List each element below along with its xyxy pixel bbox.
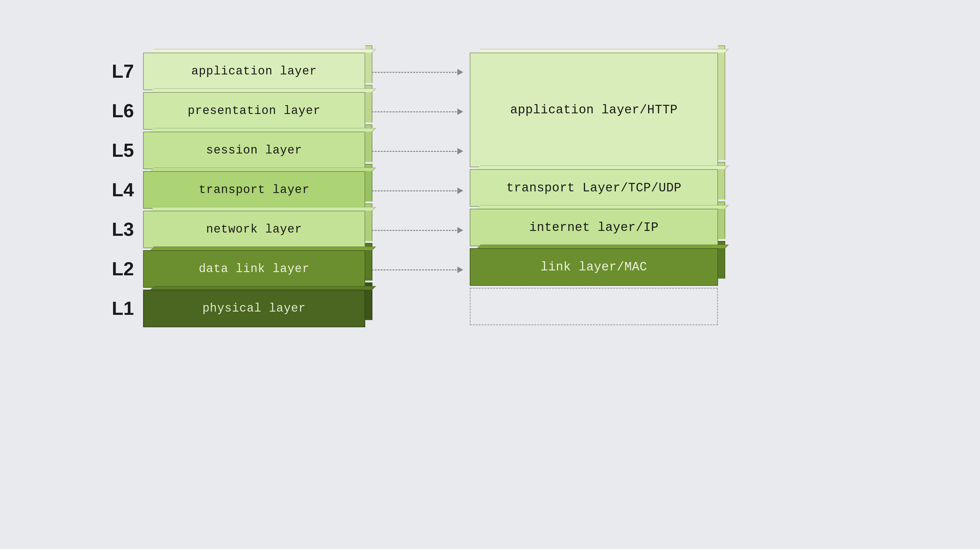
label-L6: L6	[91, 101, 134, 120]
right-block-app: application layer/HTTP	[470, 53, 718, 167]
block-L2-top	[150, 247, 376, 250]
dash-line-L4	[372, 190, 457, 191]
block-L3-front: network layer	[143, 211, 365, 248]
layer-row-L4: L4 transport layer	[91, 171, 365, 209]
arrowhead-L5	[457, 148, 463, 154]
right-block-transport: transport Layer/TCP/UDP	[470, 169, 718, 207]
block-L7: application layer	[143, 53, 365, 90]
layer-row-L3: L3 network layer	[91, 211, 365, 248]
diagram: L7 application layer L6 presentation lay…	[65, 30, 915, 520]
block-L2: data link layer	[143, 250, 365, 288]
dash-line-L6	[372, 111, 457, 112]
label-L1: L1	[91, 299, 134, 318]
right-block-app-right	[718, 45, 725, 160]
layer-row-L6: L6 presentation layer	[91, 92, 365, 130]
right-block-internet: internet layer/IP	[470, 209, 718, 246]
layer-row-L2: L2 data link layer	[91, 250, 365, 288]
label-L4: L4	[91, 180, 134, 199]
dash-line-L3	[372, 230, 457, 231]
block-L7-front: application layer	[143, 53, 365, 90]
arrowhead-L4	[457, 188, 463, 194]
block-L6-top	[150, 89, 376, 92]
arrowhead-L2	[457, 266, 463, 273]
right-block-physical	[470, 288, 718, 325]
block-L1-front: physical layer	[143, 290, 365, 327]
block-L5-front: session layer	[143, 132, 365, 169]
right-block-app-top	[477, 49, 729, 53]
arrow-row-L2	[365, 250, 470, 290]
right-block-link: link layer/MAC	[470, 248, 718, 286]
right-block-link-top	[477, 245, 729, 248]
right-block-internet-front: internet layer/IP	[470, 209, 718, 246]
block-L2-front: data link layer	[143, 250, 365, 288]
block-L1-top	[150, 286, 376, 290]
block-L5: session layer	[143, 132, 365, 169]
right-block-physical-front	[470, 288, 718, 325]
right-block-transport-top	[477, 165, 729, 169]
arrow-row-L1	[365, 290, 470, 329]
arrow-row-L3	[365, 211, 470, 250]
dash-line-L5	[372, 151, 457, 152]
layer-row-L1: L1 physical layer	[91, 290, 365, 327]
arrow-row-L4	[365, 171, 470, 211]
right-block-app-front: application layer/HTTP	[470, 53, 718, 167]
label-L7: L7	[91, 62, 134, 81]
arrow-L6	[372, 108, 463, 115]
arrow-L7	[372, 69, 463, 75]
arrow-row-L6	[365, 92, 470, 132]
layer-row-L5: L5 session layer	[91, 132, 365, 169]
arrowhead-L6	[457, 108, 463, 115]
label-L5: L5	[91, 141, 134, 160]
block-L5-top	[150, 128, 376, 132]
block-L4-top	[150, 167, 376, 171]
label-L2: L2	[91, 259, 134, 278]
block-L7-top	[150, 49, 376, 53]
right-stack: application layer/HTTP transport Layer/T…	[470, 53, 718, 325]
layer-row-L7: L7 application layer	[91, 53, 365, 90]
dash-line-L7	[372, 72, 457, 73]
block-L6: presentation layer	[143, 92, 365, 130]
block-L3-top	[150, 207, 376, 211]
block-L4: transport layer	[143, 171, 365, 209]
right-block-link-front: link layer/MAC	[470, 248, 718, 286]
arrow-L4	[372, 188, 463, 194]
block-L6-front: presentation layer	[143, 92, 365, 130]
right-block-transport-front: transport Layer/TCP/UDP	[470, 169, 718, 207]
arrow-row-L7	[365, 53, 470, 92]
dash-line-L2	[372, 269, 457, 271]
label-L3: L3	[91, 220, 134, 239]
block-L1: physical layer	[143, 290, 365, 327]
arrowhead-L3	[457, 227, 463, 234]
arrows-area	[365, 53, 470, 329]
block-L4-front: transport layer	[143, 171, 365, 209]
arrow-L5	[372, 148, 463, 154]
arrowhead-L7	[457, 69, 463, 75]
arrow-row-L5	[365, 132, 470, 171]
block-L3: network layer	[143, 211, 365, 248]
left-stack: L7 application layer L6 presentation lay…	[91, 53, 365, 327]
arrow-L2	[372, 266, 463, 273]
arrow-L3	[372, 227, 463, 234]
right-block-internet-top	[477, 205, 729, 209]
